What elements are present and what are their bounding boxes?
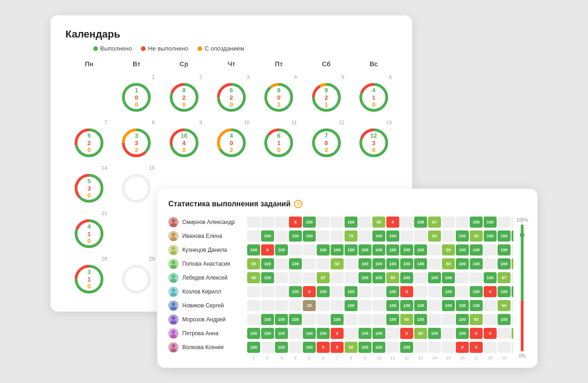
stat-cell: 50	[386, 272, 399, 283]
stat-cell	[289, 328, 302, 339]
day-cell-6[interactable]: 6 4 1 0	[350, 71, 397, 117]
stat-cell: 50	[372, 217, 385, 228]
day-cell-3[interactable]: 3 6 2 0	[208, 71, 255, 117]
stat-cell	[331, 272, 344, 283]
day-number: 4	[253, 74, 297, 80]
legend-label-orange: С опозданием	[205, 45, 244, 52]
day-number: 5	[300, 74, 344, 80]
stat-cell: 100	[470, 217, 483, 228]
legend-label-green: Выполнено	[100, 45, 132, 52]
donut-red-val: 3	[88, 185, 91, 192]
stat-cell	[317, 230, 330, 242]
day-cell-2[interactable]: 2 8 2 0	[160, 71, 208, 117]
stat-cell	[442, 314, 455, 325]
stat-cell: 100	[261, 314, 274, 325]
stat-cell: 100	[386, 314, 399, 325]
day-cell-8[interactable]: 8 3 3 2	[113, 117, 160, 162]
stat-cell	[358, 314, 371, 325]
stat-cell: 50	[442, 258, 455, 269]
stat-cell	[261, 286, 274, 297]
stat-cell	[358, 230, 371, 242]
donut-center: 3 1 0	[88, 268, 91, 290]
stat-cell	[345, 328, 358, 339]
day-cell-14[interactable]: 14 5 3 0	[65, 162, 113, 208]
day-cell-12[interactable]: 12 7 0 0	[302, 117, 350, 162]
stat-cell: 100	[456, 328, 469, 339]
day-cell-10[interactable]: 10 4 0 2	[208, 117, 255, 162]
stat-cell	[386, 342, 399, 353]
person-row-0: Смирнов Александр	[168, 216, 247, 229]
day-cell-13[interactable]: 13 12 3 0	[350, 117, 397, 162]
stats-row-2: 1000100100100100100100100100100501001001…	[247, 243, 513, 256]
calendar-title: Календарь	[65, 28, 397, 40]
day-cell-5[interactable]: 5 9 2 1	[302, 71, 350, 117]
day-cell-15[interactable]: 15	[113, 162, 160, 208]
stat-cell	[358, 217, 371, 228]
stat-cell: 100	[498, 286, 511, 297]
person-name: Петрова Анна	[182, 330, 218, 337]
stat-cell: 33	[303, 300, 316, 311]
day-cell-9[interactable]: 9 10 4 0	[160, 117, 208, 162]
stat-cell	[442, 230, 455, 242]
svg-point-48	[172, 316, 175, 320]
donut-green-val: 10	[180, 132, 187, 140]
day-cell-11[interactable]: 11 6 1 0	[255, 117, 302, 162]
axis-number: 1	[247, 356, 260, 360]
scale-bottom-label: 0%	[519, 353, 525, 358]
svg-point-34	[172, 219, 175, 223]
stat-cell: 100	[400, 272, 413, 283]
donut-wrap: 4 1 0	[357, 81, 390, 114]
stat-cell: 100	[358, 342, 371, 353]
donut-center: 4 1 0	[88, 223, 91, 245]
stat-cell	[289, 300, 302, 311]
day-cell-28[interactable]: 28 3 1 0	[65, 253, 113, 299]
help-icon[interactable]: ?	[294, 200, 302, 208]
day-cell-4[interactable]: 4 8 0 1	[255, 71, 302, 117]
stat-cell	[484, 314, 497, 325]
axis-number: 5	[303, 356, 316, 360]
stat-cell: 100	[372, 328, 385, 339]
stat-cell	[456, 272, 469, 283]
stat-cell: 50	[470, 230, 483, 242]
stat-cell: 100	[358, 244, 371, 255]
donut-red-val: 0	[325, 139, 328, 147]
week-row-0: 1 1 0 0 2 8 2 0 3 6 2 0 4 8 0 1 5 9	[65, 71, 397, 117]
stats-row-1: 100100100751001005010050100100100100	[247, 230, 513, 243]
day-cell-21[interactable]: 21 4 1 0	[65, 208, 113, 253]
stat-cell	[372, 300, 385, 311]
stat-cell: 100	[289, 314, 302, 325]
stat-cell: 50	[442, 244, 455, 255]
stat-cell: 100	[275, 244, 288, 255]
person-name: Смирнов Александр	[182, 219, 235, 225]
svg-point-45	[170, 293, 177, 297]
stat-cell: 0	[456, 342, 469, 353]
donut-wrap: 9 2 1	[310, 81, 343, 114]
donut-orange-val: 0	[182, 147, 185, 154]
stat-cell	[456, 217, 469, 228]
axis-number: 11	[386, 356, 399, 360]
stat-cell	[358, 300, 371, 311]
stat-cell: 100	[372, 244, 385, 255]
day-cell-7[interactable]: 7 5 2 0	[65, 117, 113, 162]
stat-cell	[331, 217, 344, 228]
donut-center: 5 3 0	[88, 178, 91, 199]
donut-wrap: 10 4 0	[167, 126, 201, 160]
stat-cell	[303, 258, 316, 269]
stat-cell	[261, 300, 274, 311]
avatar	[168, 273, 179, 283]
empty-day-cell	[65, 71, 113, 117]
day-cell-1[interactable]: 1 1 0 0	[113, 71, 160, 117]
stat-cell	[358, 286, 371, 297]
day-cell-29[interactable]: 29	[113, 253, 160, 299]
legend-dot-orange	[198, 46, 202, 51]
stat-cell	[247, 230, 260, 242]
stat-cell	[331, 286, 344, 297]
stat-cell	[317, 217, 330, 228]
person-row-8: Петрова Анна	[168, 327, 247, 340]
stats-grid: 0100100500100671001005010010010010075100…	[247, 216, 513, 354]
stats-row-9: 1001001000050100100100001001001001001001…	[247, 341, 513, 354]
stat-cell: 100	[358, 272, 371, 283]
stat-cell	[317, 314, 330, 325]
stat-cell	[511, 300, 513, 311]
stat-cell	[247, 300, 260, 311]
